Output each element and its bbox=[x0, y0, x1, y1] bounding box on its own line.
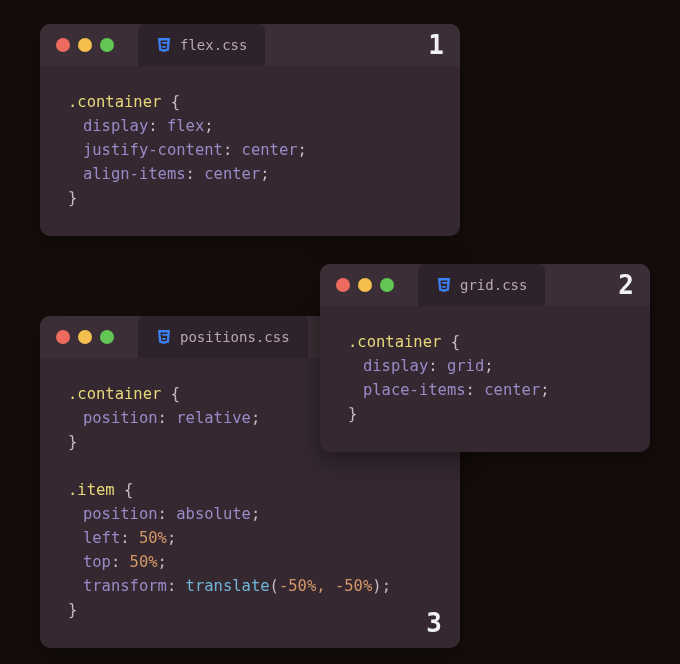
css-file-icon bbox=[156, 37, 172, 53]
panel-number: 1 bbox=[428, 30, 444, 60]
css-file-icon bbox=[156, 329, 172, 345]
maximize-icon[interactable] bbox=[380, 278, 394, 292]
code-content: .container { display: grid; place-items:… bbox=[320, 306, 650, 452]
panel-number: 2 bbox=[618, 270, 634, 300]
maximize-icon[interactable] bbox=[100, 38, 114, 52]
minimize-icon[interactable] bbox=[358, 278, 372, 292]
code-content: .container { display: flex; justify-cont… bbox=[40, 66, 460, 236]
file-tab[interactable]: grid.css bbox=[418, 264, 545, 306]
tab-label: flex.css bbox=[180, 37, 247, 53]
file-tab[interactable]: flex.css bbox=[138, 24, 265, 66]
window-controls bbox=[320, 278, 394, 292]
minimize-icon[interactable] bbox=[78, 38, 92, 52]
close-icon[interactable] bbox=[336, 278, 350, 292]
editor-window-flex: flex.css 1 .container { display: flex; j… bbox=[40, 24, 460, 236]
tab-label: positions.css bbox=[180, 329, 290, 345]
maximize-icon[interactable] bbox=[100, 330, 114, 344]
titlebar: flex.css 1 bbox=[40, 24, 460, 66]
editor-window-grid: grid.css 2 .container { display: grid; p… bbox=[320, 264, 650, 452]
css-file-icon bbox=[436, 277, 452, 293]
window-controls bbox=[40, 330, 114, 344]
close-icon[interactable] bbox=[56, 330, 70, 344]
panel-number: 3 bbox=[426, 608, 442, 638]
close-icon[interactable] bbox=[56, 38, 70, 52]
minimize-icon[interactable] bbox=[78, 330, 92, 344]
file-tab[interactable]: positions.css bbox=[138, 316, 308, 358]
tab-label: grid.css bbox=[460, 277, 527, 293]
window-controls bbox=[40, 38, 114, 52]
titlebar: grid.css 2 bbox=[320, 264, 650, 306]
